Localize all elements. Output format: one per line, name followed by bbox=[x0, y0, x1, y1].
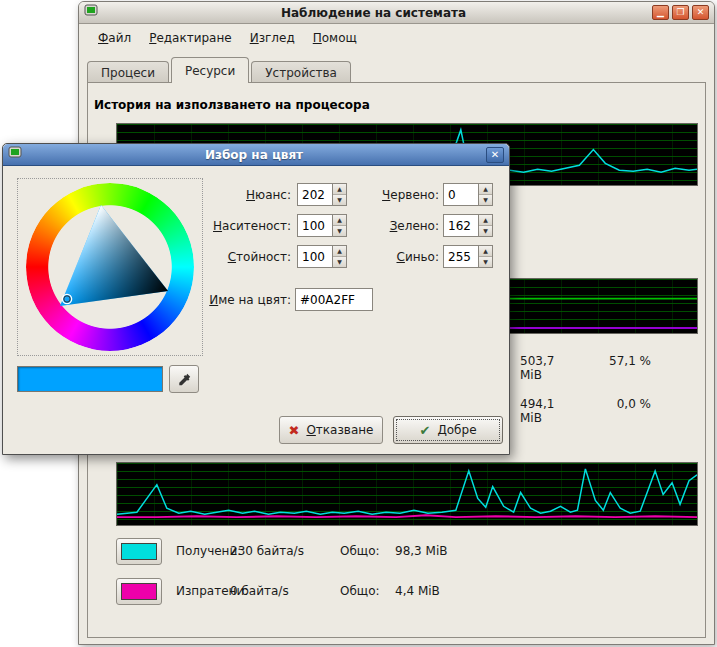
network-history-chart bbox=[116, 462, 698, 526]
dialog-close-icon[interactable]: ✕ bbox=[486, 147, 504, 163]
hue-input[interactable] bbox=[298, 184, 332, 205]
memory-used-percent: 57,1 % bbox=[579, 354, 651, 368]
system-monitor-icon bbox=[84, 4, 98, 21]
blue-input[interactable] bbox=[444, 246, 478, 267]
saturation-input[interactable] bbox=[298, 215, 332, 236]
sent-color-swatch bbox=[121, 583, 157, 600]
blue-label: Синьо: bbox=[333, 245, 439, 269]
green-input[interactable] bbox=[444, 215, 478, 236]
sent-rate: 0 байта/s bbox=[230, 578, 289, 605]
received-color-button[interactable] bbox=[116, 538, 162, 565]
hue-label: Нюанс: bbox=[173, 183, 291, 207]
network-received-line bbox=[117, 469, 697, 514]
color-name-label: Име на цвят: bbox=[173, 288, 291, 312]
network-received-row: Получени: 230 байта/s Общо: 98,3 MiB bbox=[79, 538, 714, 566]
blue-spinner: ▲▼ bbox=[443, 245, 493, 268]
blue-down-icon[interactable]: ▼ bbox=[479, 257, 492, 267]
close-icon[interactable]: ✕ bbox=[692, 5, 709, 20]
network-sent-line bbox=[117, 515, 697, 517]
sent-total-label: Общо: bbox=[340, 578, 380, 605]
green-down-icon[interactable]: ▼ bbox=[479, 226, 492, 236]
dialog-title: Избор на цвят bbox=[22, 148, 486, 162]
received-rate: 230 байта/s bbox=[230, 538, 304, 565]
ok-check-icon: ✔ bbox=[419, 423, 430, 438]
sent-color-button[interactable] bbox=[116, 578, 162, 605]
red-spinner: ▲▼ bbox=[443, 183, 493, 206]
color-picker-dialog: Избор на цвят ✕ bbox=[2, 143, 510, 455]
main-titlebar[interactable]: Наблюдение на системата ▁ ❐ ✕ bbox=[79, 2, 714, 24]
green-spinner: ▲▼ bbox=[443, 214, 493, 237]
swap-used-value: 494,1 MiB bbox=[520, 397, 554, 425]
menubar: Файл Редактиране Изглед Помощ bbox=[79, 24, 714, 51]
dialog-icon bbox=[8, 146, 22, 163]
menu-help[interactable]: Помощ bbox=[304, 28, 366, 48]
cancel-button-label: Отказване bbox=[306, 423, 373, 437]
received-total: 98,3 MiB bbox=[395, 538, 447, 565]
green-label: Зелено: bbox=[333, 214, 439, 238]
menu-file[interactable]: Файл bbox=[89, 28, 140, 48]
tab-resources[interactable]: Ресурси bbox=[171, 57, 249, 83]
tab-devices[interactable]: Устройства bbox=[251, 61, 351, 83]
red-label: Червено: bbox=[333, 183, 439, 207]
desktop: Наблюдение на системата ▁ ❐ ✕ Файл Редак… bbox=[0, 0, 717, 647]
swap-used-percent: 0,0 % bbox=[579, 397, 651, 411]
received-color-swatch bbox=[121, 543, 157, 560]
received-total-label: Общо: bbox=[340, 538, 380, 565]
cancel-button[interactable]: ✖ Отказване bbox=[279, 416, 383, 444]
saturation-label: Наситеност: bbox=[173, 214, 291, 238]
minimize-icon[interactable]: ▁ bbox=[652, 5, 669, 20]
red-input[interactable] bbox=[444, 184, 478, 205]
menu-edit[interactable]: Редактиране bbox=[140, 28, 241, 48]
saturation-value-triangle[interactable] bbox=[26, 183, 194, 351]
triangle-black-shade bbox=[60, 205, 168, 306]
value-label: Стойност: bbox=[173, 245, 291, 269]
ok-button[interactable]: ✔ Добре bbox=[393, 416, 503, 444]
selected-color-preview bbox=[17, 366, 163, 392]
cpu-history-title: История на използването на процесора bbox=[94, 98, 370, 112]
menu-view[interactable]: Изглед bbox=[241, 28, 304, 48]
green-up-icon[interactable]: ▲ bbox=[479, 215, 492, 226]
value-input[interactable] bbox=[298, 246, 332, 267]
sent-total: 4,4 MiB bbox=[395, 578, 440, 605]
cancel-x-icon: ✖ bbox=[289, 423, 300, 438]
eyedropper-button[interactable] bbox=[169, 365, 199, 393]
maximize-icon[interactable]: ❐ bbox=[672, 5, 689, 20]
eyedropper-icon bbox=[177, 372, 192, 387]
notebook-tabs: Процеси Ресурси Устройства bbox=[87, 57, 353, 83]
tab-processes[interactable]: Процеси bbox=[87, 61, 169, 83]
ok-button-label: Добре bbox=[437, 423, 476, 437]
memory-used-value: 503,7 MiB bbox=[520, 354, 554, 382]
dialog-titlebar[interactable]: Избор на цвят ✕ bbox=[3, 144, 509, 166]
color-name-input[interactable] bbox=[295, 288, 373, 311]
window-title: Наблюдение на системата bbox=[98, 6, 649, 20]
red-down-icon[interactable]: ▼ bbox=[479, 195, 492, 205]
network-sent-row: Изпратени: 0 байта/s Общо: 4,4 MiB bbox=[79, 578, 714, 606]
red-up-icon[interactable]: ▲ bbox=[479, 184, 492, 195]
blue-up-icon[interactable]: ▲ bbox=[479, 246, 492, 257]
